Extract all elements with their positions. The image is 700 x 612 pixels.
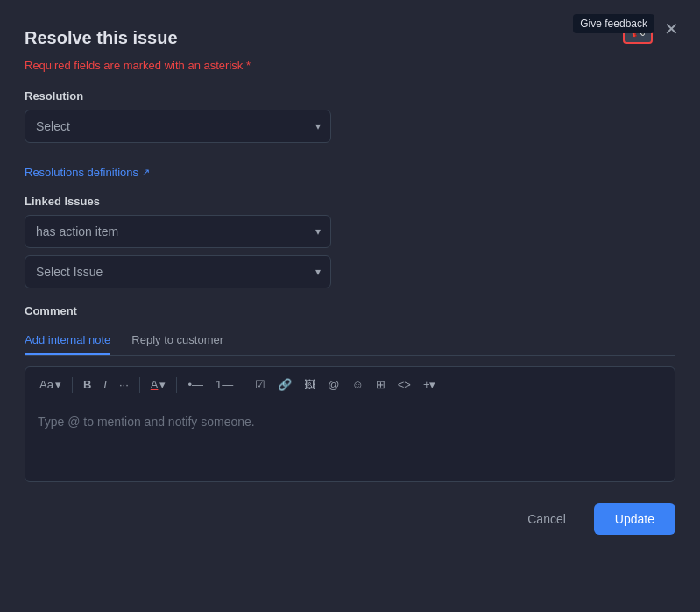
modal-title: Resolve this issue xyxy=(25,28,178,48)
comment-tabs: Add internal note Reply to customer xyxy=(25,326,675,356)
required-note: Required fields are marked with an aster… xyxy=(25,59,675,72)
toolbar-divider-4 xyxy=(244,377,244,393)
more-format-button[interactable]: ··· xyxy=(114,374,134,395)
comment-label: Comment xyxy=(25,304,675,317)
toolbar-divider-1 xyxy=(72,377,73,393)
text-color-button[interactable]: A ▾ xyxy=(145,374,172,395)
tab-add-internal-note[interactable]: Add internal note xyxy=(25,326,110,355)
linked-issues-selects: has action item is blocked by blocks rel… xyxy=(25,215,675,288)
resolution-select-wrapper: Select Fixed Won't Fix Duplicate Cannot … xyxy=(25,110,331,143)
italic-button[interactable]: I xyxy=(98,374,112,395)
resolve-issue-modal: Resolve this issue Give feedback 📢 ✕ Req… xyxy=(0,0,700,612)
numbered-list-button[interactable]: 1— xyxy=(210,374,238,395)
table-button[interactable]: ⊞ xyxy=(371,374,391,395)
tab-reply-to-customer[interactable]: Reply to customer xyxy=(131,326,223,355)
editor-toolbar: Aa ▾ B I ··· A ▾ xyxy=(25,367,675,402)
bold-button[interactable]: B xyxy=(78,374,96,395)
editor-content-area[interactable]: Type @ to mention and notify someone. xyxy=(25,402,675,481)
linked-type-select[interactable]: has action item is blocked by blocks rel… xyxy=(25,215,331,248)
cancel-button[interactable]: Cancel xyxy=(510,503,583,535)
toolbar-divider-2 xyxy=(139,377,140,393)
emoji-button[interactable]: ☺ xyxy=(346,374,368,395)
close-button[interactable]: ✕ xyxy=(656,14,686,44)
linked-issues-section: Linked Issues has action item is blocked… xyxy=(25,195,675,288)
checkbox-button[interactable]: ☑ xyxy=(250,374,271,395)
comment-editor: Aa ▾ B I ··· A ▾ xyxy=(25,366,675,482)
linked-issue-select-wrapper: Select Issue ▾ xyxy=(25,255,331,288)
resolutions-definitions-link[interactable]: Resolutions definitions ↗ xyxy=(25,166,150,179)
linked-issue-select[interactable]: Select Issue xyxy=(25,255,331,288)
toolbar-divider-3 xyxy=(176,377,177,393)
bullet-list-button[interactable]: •— xyxy=(182,374,209,395)
resolution-section: Resolution Select Fixed Won't Fix Duplic… xyxy=(25,89,675,143)
feedback-tooltip: Give feedback xyxy=(573,14,654,33)
font-size-button[interactable]: Aa ▾ xyxy=(34,374,67,395)
header-actions: Give feedback 📢 ✕ xyxy=(623,14,686,44)
footer-actions: Cancel Update xyxy=(25,503,675,535)
linked-type-select-wrapper: has action item is blocked by blocks rel… xyxy=(25,215,331,248)
code-button[interactable]: <> xyxy=(392,374,416,395)
link-button[interactable]: 🔗 xyxy=(272,374,297,395)
update-button[interactable]: Update xyxy=(594,503,675,535)
image-button[interactable]: 🖼 xyxy=(299,374,321,395)
comment-section: Comment Add internal note Reply to custo… xyxy=(25,304,675,482)
linked-issues-label: Linked Issues xyxy=(25,195,675,208)
mention-button[interactable]: @ xyxy=(322,374,344,395)
resolution-select[interactable]: Select Fixed Won't Fix Duplicate Cannot … xyxy=(25,110,331,143)
more-tools-button[interactable]: +▾ xyxy=(418,374,442,395)
resolution-label: Resolution xyxy=(25,89,675,103)
